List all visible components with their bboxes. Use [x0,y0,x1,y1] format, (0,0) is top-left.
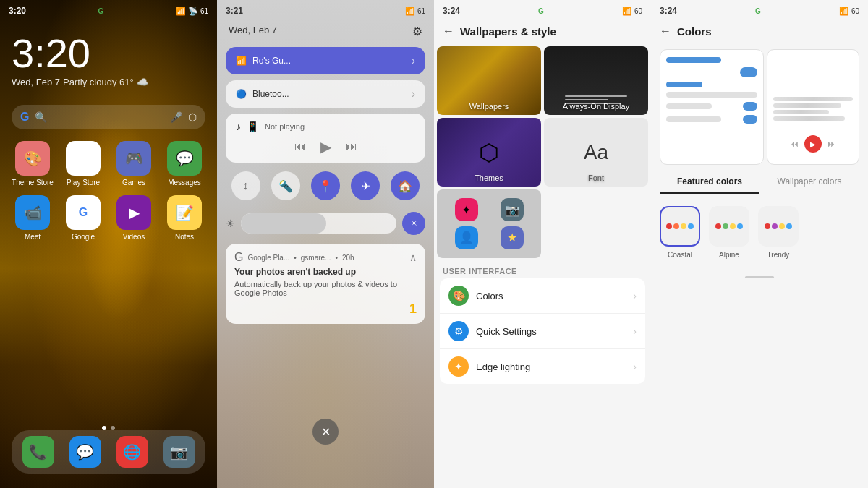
swatch-alpine[interactable]: Alpine [709,206,749,259]
notif-separator2: • [335,254,338,262]
videos-label: Videos [123,233,145,241]
swatch-trendy[interactable]: Trendy [758,206,799,259]
colors-menu-item[interactable]: 🎨 Colors › [440,278,645,314]
app-notes[interactable]: 📝 Notes [163,195,205,241]
coastal-label: Coastal [668,251,692,259]
bluetooth-text: Bluetoo... [252,89,289,99]
google-label: Google [72,233,95,241]
swatch-coastal[interactable]: Coastal [660,206,700,259]
games-icon: 🎮 [116,141,151,176]
chrome-icon: 🌐 [116,436,148,468]
app-videos[interactable]: ▶ Videos [113,195,155,241]
edge-lighting-menu-icon: ✦ [448,356,469,377]
font-cell[interactable]: Aa Font [544,118,648,187]
theme-store-icon: 🎨 [15,141,50,176]
colors-status-icons: 📶 60 [839,7,859,16]
wifi-icon: 📶 [176,7,186,16]
colors-menu-label: Colors [476,291,626,301]
prev-icon[interactable]: ⏮ [294,140,306,153]
aod-label: Always-On Display [544,102,648,111]
app-games[interactable]: 🎮 Games [113,141,155,187]
home-date: Wed, Feb 7 [12,77,60,87]
music-icon: ♪ [236,121,241,132]
app-google[interactable]: G Google [62,195,104,241]
battery-icon: 61 [200,7,208,15]
dock-camera[interactable]: 📷 [163,436,195,468]
shade-status-icons: 📶 61 [405,7,425,16]
wallpapers-cell[interactable]: Wallpapers [437,46,541,115]
ui-section-header: USER INTERFACE [434,261,651,278]
home-dock: 📞 💬 🌐 📷 [12,430,205,474]
ui-menu-list: 🎨 Colors › ⚙ Quick Settings › ✦ Edge lig… [440,278,645,384]
wifi-tile[interactable]: 📶 Ro's Gu... › [226,47,425,74]
brightness-max-btn[interactable]: ☀ [402,212,425,235]
quick-home-btn[interactable]: 🏠 [391,171,420,200]
bluetooth-tile[interactable]: 🔵 Bluetoo... › [226,80,425,108]
themes-cell[interactable]: ⬡ Themes [437,118,541,187]
quick-settings-menu-item[interactable]: ⚙ Quick Settings › [440,314,645,349]
color-tabs: Featured colors Wallpaper colors [660,171,859,194]
app-messages[interactable]: 💬 Messages [163,141,205,187]
quick-torch-btn[interactable]: 🔦 [271,171,300,200]
home-screen-panel: 3:20 G 📶 📡 61 3:20 Wed, Feb 7 Partly clo… [0,0,217,488]
ws-status-g: G [538,7,544,15]
app-play-store[interactable]: ▶ Play Store [62,141,104,187]
app-theme-store[interactable]: 🎨 Theme Store [12,141,54,187]
quick-airplane-btn[interactable]: ✈ [351,171,380,200]
tab-wallpaper-colors[interactable]: Wallpaper colors [760,171,859,194]
alpine-dots [715,223,743,229]
home-search-bar[interactable]: G 🔍 🎤 ⬡ [12,105,205,129]
edge-lighting-menu-item[interactable]: ✦ Edge lighting › [440,349,645,384]
mic-icon[interactable]: 🎤 [170,111,182,123]
dock-phone[interactable]: 📞 [22,436,54,468]
notification-card[interactable]: G Google Pla... • gsmare... • 20h ∧ Your… [226,244,425,324]
tab-featured-colors[interactable]: Featured colors [660,171,760,194]
messages-label: Messages [168,179,201,187]
app-meet[interactable]: 📹 Meet [12,195,54,241]
meet-label: Meet [25,233,41,241]
swatch-trendy-circle [758,206,799,247]
dock-messages-icon: 💬 [69,436,101,468]
games-label: Games [122,179,145,187]
aod-cell[interactable]: Always-On Display [544,46,648,115]
icons-cell[interactable]: ✦ 📷 👤 ★ [437,189,541,258]
notif-expand-icon[interactable]: ∧ [409,252,417,263]
colors-back-icon[interactable]: ← [660,25,671,38]
settings-gear-icon[interactable]: ⚙ [412,25,422,38]
next-icon[interactable]: ⏭ [346,140,357,153]
dock-messages[interactable]: 💬 [69,436,101,468]
google-logo: G [20,111,29,124]
ws-grid: Wallpapers Always-On Display ⬡ Themes Aa… [434,43,651,261]
dock-chrome[interactable]: 🌐 [116,436,148,468]
wallpapers-style-panel: 3:24 G 📶 60 ← Wallpapers & style Wallpap… [434,0,651,488]
home-status-time: 3:20 [9,6,26,16]
media-controls: ⏮ ▶ ⏭ [236,138,415,155]
preview-line-5 [666,116,721,122]
bluetooth-icon: 🔵 [236,89,247,99]
lens-icon[interactable]: ⬡ [188,111,197,123]
brightness-slider[interactable] [241,213,396,234]
preview-toggle-3 [743,115,757,124]
color-preview-area: ⏮ ▶ ⏭ [651,43,868,171]
play-icon[interactable]: ▶ [320,138,331,155]
media-device-icon: 📱 [247,121,259,132]
close-notifications-btn[interactable]: ✕ [312,419,339,445]
colors-status-bar: 3:24 G 📶 60 [651,0,868,19]
quick-settings-menu-icon: ⚙ [448,321,469,341]
wave-line-1 [773,97,853,101]
font-preview-text: Aa [584,141,608,164]
shade-date-time: Wed, Feb 7 ⚙ [217,19,434,41]
brightness-row: ☀ ☀ [226,209,425,238]
color-swatches-row: Coastal Alpine T [651,194,868,270]
mini-icon-4: ★ [501,226,524,249]
themes-label: Themes [437,174,541,182]
ws-back-icon[interactable]: ← [443,25,454,38]
notif-header: G Google Pla... • gsmare... • 20h ∧ [234,251,417,264]
colors-status-g: G [755,7,761,15]
quick-location-btn[interactable]: 📍 [311,171,340,200]
quick-sort-btn[interactable]: ↕ [231,171,260,200]
ws-wifi-icon: 📶 [622,7,632,16]
search-icon: 🔍 [35,111,47,123]
play-btn: ▶ [804,135,822,153]
colors-battery-icon: 60 [851,7,859,15]
